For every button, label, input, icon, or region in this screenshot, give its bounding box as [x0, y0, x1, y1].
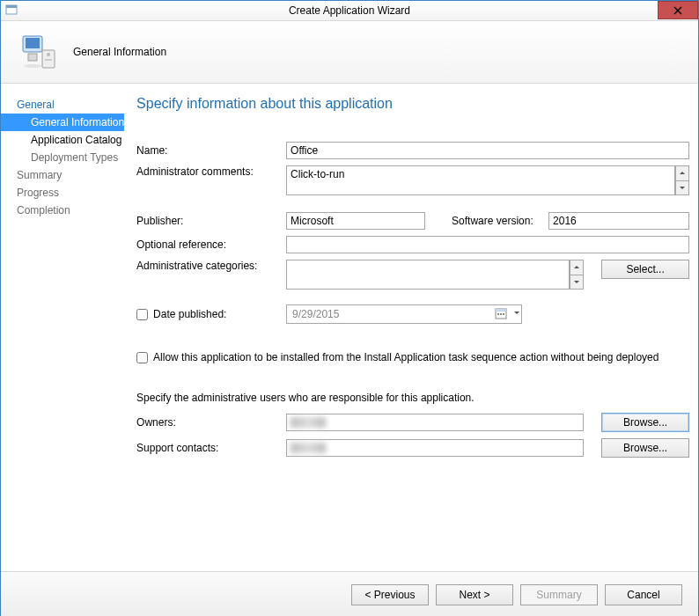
label-software-version: Software version:	[452, 215, 540, 227]
chevron-down-icon	[574, 281, 579, 283]
body: General General Information Application …	[1, 84, 698, 571]
row-support-contacts: Support contacts: Browse...	[136, 438, 689, 458]
titlebar: Create Application Wizard	[1, 1, 698, 21]
svg-point-9	[47, 53, 50, 56]
label-allow-task-sequence: Allow this application to be installed f…	[153, 351, 659, 363]
app-icon	[4, 4, 18, 18]
next-button[interactable]: Next >	[436, 584, 513, 605]
svg-rect-14	[500, 313, 502, 315]
close-icon	[673, 6, 682, 15]
browse-owners-button[interactable]: Browse...	[601, 413, 689, 432]
support-contacts-value-redacted	[291, 443, 326, 453]
owners-input[interactable]	[286, 414, 584, 431]
chevron-down-icon	[514, 312, 519, 314]
label-optional-reference: Optional reference:	[136, 238, 286, 251]
row-name: Name:	[136, 142, 689, 159]
software-version-input[interactable]	[548, 212, 689, 230]
chevron-down-icon	[680, 187, 685, 189]
label-support-contacts: Support contacts:	[136, 442, 286, 454]
header-icon	[17, 30, 61, 74]
svg-rect-15	[503, 313, 504, 315]
allow-task-sequence-checkbox[interactable]	[136, 352, 148, 363]
sidebar: General General Information Application …	[1, 84, 124, 571]
label-admin-categories: Administrative categories:	[136, 260, 286, 272]
row-admin-comments: Administrator comments: Click-to-run	[136, 165, 689, 195]
label-date-published: Date published:	[153, 308, 226, 320]
optional-reference-input[interactable]	[286, 236, 689, 253]
header-strip: General Information	[1, 21, 698, 84]
date-published-value: 9/29/2015	[292, 308, 339, 320]
cancel-button[interactable]: Cancel	[605, 584, 682, 605]
date-published-checkbox[interactable]	[136, 309, 148, 320]
sidebar-item-general-information[interactable]: General Information	[1, 114, 124, 131]
svg-point-7	[24, 64, 41, 68]
admin-users-text: Specify the administrative users who are…	[136, 392, 689, 404]
header-heading: General Information	[73, 46, 166, 58]
row-optional-reference: Optional reference:	[136, 236, 689, 253]
sidebar-item-deployment-types[interactable]: Deployment Types	[1, 149, 124, 166]
admin-comments-scroll-up[interactable]	[675, 165, 689, 180]
svg-rect-1	[6, 5, 17, 8]
name-input[interactable]	[286, 142, 689, 159]
browse-support-contacts-button[interactable]: Browse...	[601, 438, 689, 458]
row-admin-categories: Administrative categories: Select...	[136, 260, 689, 290]
chevron-up-icon	[574, 266, 579, 268]
svg-rect-13	[497, 313, 499, 315]
label-owners: Owners:	[136, 416, 286, 429]
select-categories-button[interactable]: Select...	[601, 260, 689, 279]
summary-button: Summary	[520, 584, 598, 605]
close-button[interactable]	[658, 1, 698, 19]
sidebar-item-progress[interactable]: Progress	[1, 184, 124, 202]
admin-categories-scroll-down[interactable]	[570, 275, 584, 290]
admin-categories-listbox[interactable]	[286, 260, 570, 290]
svg-rect-5	[26, 38, 40, 48]
chevron-up-icon	[680, 172, 685, 174]
row-allow-task-sequence: Allow this application to be installed f…	[136, 351, 689, 363]
publisher-input[interactable]	[286, 212, 425, 230]
previous-button[interactable]: < Previous	[351, 584, 429, 605]
svg-rect-6	[28, 54, 37, 61]
row-date-published: Date published: 9/29/2015	[136, 304, 689, 324]
sidebar-item-general[interactable]: General	[1, 96, 124, 114]
admin-categories-scroll-up[interactable]	[570, 260, 584, 275]
sidebar-item-application-catalog[interactable]: Application Catalog	[1, 131, 124, 149]
page-title: Specify information about this applicati…	[136, 96, 689, 112]
wizard-window: Create Application Wizard General Inform…	[0, 0, 699, 616]
admin-comments-input[interactable]: Click-to-run	[286, 165, 675, 195]
row-publisher-version: Publisher: Software version:	[136, 212, 689, 230]
row-owners: Owners: Browse...	[136, 413, 689, 432]
svg-rect-12	[496, 309, 506, 312]
footer: < Previous Next > Summary Cancel	[1, 571, 698, 616]
support-contacts-input[interactable]	[286, 439, 584, 457]
sidebar-item-completion[interactable]: Completion	[1, 202, 124, 219]
date-published-input[interactable]: 9/29/2015	[286, 304, 522, 324]
owners-value-redacted	[291, 417, 326, 428]
label-admin-comments: Administrator comments:	[136, 165, 286, 178]
sidebar-item-summary[interactable]: Summary	[1, 166, 124, 184]
label-name: Name:	[136, 144, 286, 157]
svg-rect-10	[45, 59, 52, 61]
window-title: Create Application Wizard	[1, 4, 698, 17]
admin-comments-scroll-down[interactable]	[675, 180, 689, 196]
label-publisher: Publisher:	[136, 215, 286, 227]
main-panel: Specify information about this applicati…	[124, 84, 699, 571]
calendar-icon	[495, 307, 507, 319]
